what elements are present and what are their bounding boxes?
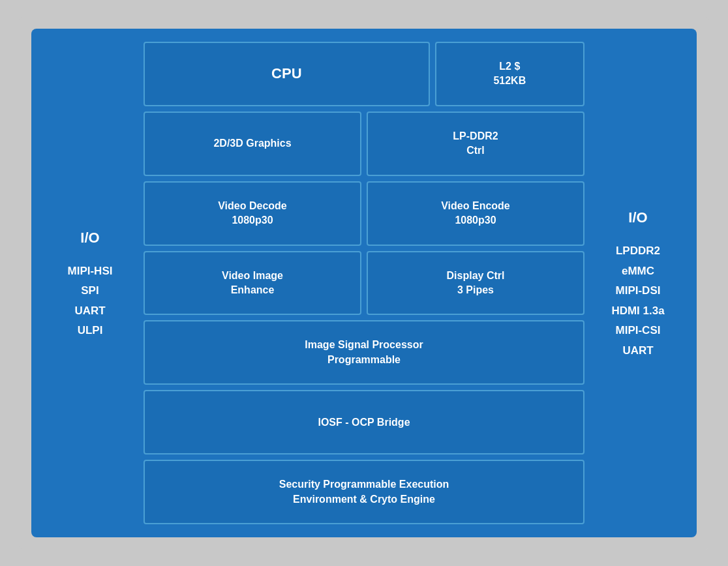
graphics-block: 2D/3D Graphics <box>144 112 361 176</box>
outer-container: I/O MIPI-HSI SPI UART ULPI CPU L2 $ 512K… <box>18 16 710 550</box>
row-1: CPU L2 $ 512KB <box>144 42 584 106</box>
left-io-label: I/O <box>68 225 113 251</box>
row-2: 2D/3D Graphics LP-DDR2 Ctrl <box>144 112 584 176</box>
security-block: Security Programmable Execution Environm… <box>144 460 584 524</box>
video-decode-block: Video Decode 1080p30 <box>144 181 361 246</box>
isp-block: Image Signal Processor Programmable <box>144 320 584 385</box>
left-io-panel: I/O MIPI-HSI SPI UART ULPI <box>44 42 136 524</box>
cpu-block: CPU <box>144 42 430 106</box>
row-3: Video Decode 1080p30 Video Encode 1080p3… <box>144 181 584 246</box>
right-io-label: I/O <box>611 205 664 231</box>
row-7: Security Programmable Execution Environm… <box>144 460 584 524</box>
left-io-items: MIPI-HSI SPI UART ULPI <box>68 261 113 341</box>
center-panel: CPU L2 $ 512KB 2D/3D Graphics LP-DDR2 Ct… <box>144 42 584 524</box>
row-4: Video Image Enhance Display Ctrl 3 Pipes <box>144 251 584 316</box>
display-ctrl-block: Display Ctrl 3 Pipes <box>367 251 584 316</box>
iosf-block: IOSF - OCP Bridge <box>144 390 584 454</box>
lpddr2-block: LP-DDR2 Ctrl <box>367 112 584 176</box>
inner-blue-box: I/O MIPI-HSI SPI UART ULPI CPU L2 $ 512K… <box>31 29 697 537</box>
video-image-block: Video Image Enhance <box>144 251 361 316</box>
video-encode-block: Video Encode 1080p30 <box>367 181 584 246</box>
row-6: IOSF - OCP Bridge <box>144 390 584 454</box>
l2-block: L2 $ 512KB <box>435 42 584 106</box>
row-5: Image Signal Processor Programmable <box>144 320 584 385</box>
right-io-panel: I/O LPDDR2 eMMC MIPI-DSI HDMI 1.3a MIPI-… <box>592 42 684 524</box>
right-io-items: LPDDR2 eMMC MIPI-DSI HDMI 1.3a MIPI-CSI … <box>611 241 664 361</box>
